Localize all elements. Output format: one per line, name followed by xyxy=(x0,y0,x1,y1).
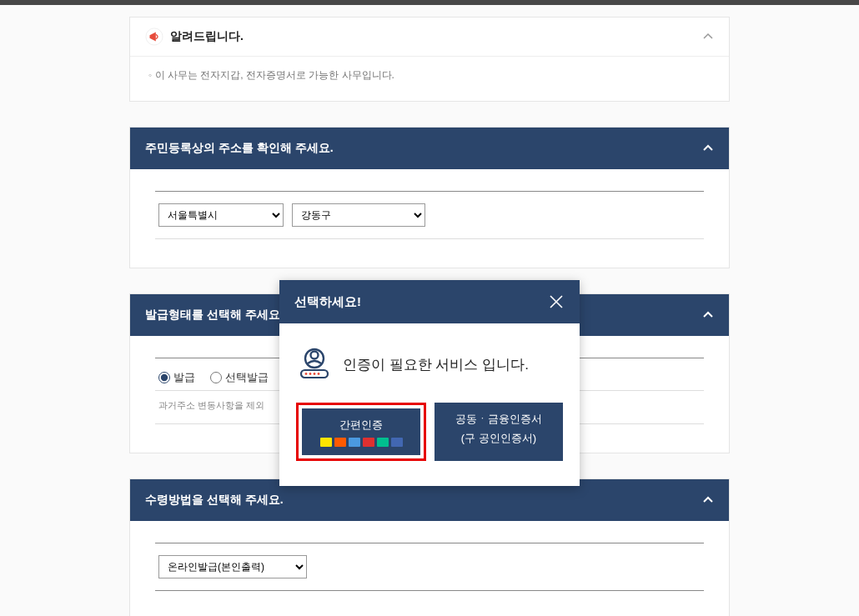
simple-auth-button[interactable]: 간편인증 xyxy=(302,408,420,455)
address-section-title: 주민등록상의 주소를 확인해 주세요. xyxy=(145,141,334,154)
notice-collapse-toggle[interactable] xyxy=(702,31,714,43)
issue-radio-select-input[interactable] xyxy=(210,372,222,383)
close-icon[interactable] xyxy=(548,293,565,310)
issue-radio-full-label: 발급 xyxy=(173,370,195,385)
notice-card: 알려드립니다. 이 사무는 전자지갑, 전자증명서로 가능한 사무입니다. xyxy=(129,17,730,102)
page-container: 알려드립니다. 이 사무는 전자지갑, 전자증명서로 가능한 사무입니다. 주민… xyxy=(129,5,730,616)
notice-header: 알려드립니다. xyxy=(130,18,729,57)
issue-radio-select-label: 선택발급 xyxy=(225,370,269,385)
issue-collapse-toggle[interactable] xyxy=(702,309,714,321)
cert-auth-button[interactable]: 공동ㆍ금융인증서 (구 공인인증서) xyxy=(435,403,563,461)
address-field-row: 서울특별시 강동구 xyxy=(155,191,704,239)
notice-body: 이 사무는 전자지갑, 전자증명서로 가능한 사무입니다. xyxy=(130,57,729,101)
cert-auth-label-2: (구 공인인증서) xyxy=(461,432,536,446)
simple-auth-highlight: 간편인증 xyxy=(296,403,426,461)
auth-buttons: 간편인증 공동ㆍ금융인증서 (구 공인인증서) xyxy=(296,403,563,461)
method-row: 온라인발급(본인출력) xyxy=(155,543,704,591)
svg-point-4 xyxy=(305,373,308,375)
method-section-title: 수령방법을 선택해 주세요. xyxy=(145,493,284,506)
simple-auth-label: 간편인증 xyxy=(339,418,383,433)
address-section-body: 서울특별시 강동구 xyxy=(130,169,729,268)
issue-section-title: 발급형태를 선택해 주세요. xyxy=(145,308,284,321)
auth-modal-title: 선택하세요! xyxy=(294,294,361,310)
cert-auth-label-1: 공동ㆍ금융인증서 xyxy=(455,413,542,427)
method-collapse-toggle[interactable] xyxy=(702,494,714,506)
notice-bullet: 이 사무는 전자지갑, 전자증명서로 가능한 사무입니다. xyxy=(148,68,711,83)
address-card: 주민등록상의 주소를 확인해 주세요. 서울특별시 강동구 xyxy=(129,127,730,268)
issue-radio-full-input[interactable] xyxy=(158,372,170,383)
district-select[interactable]: 강동구 xyxy=(292,203,425,227)
user-auth-icon xyxy=(296,345,333,384)
svg-point-2 xyxy=(311,352,319,359)
svg-point-6 xyxy=(314,373,316,375)
issue-radio-select[interactable]: 선택발급 xyxy=(210,370,269,385)
method-select[interactable]: 온라인발급(본인출력) xyxy=(158,555,307,578)
auth-modal-header: 선택하세요! xyxy=(279,280,580,323)
address-collapse-toggle[interactable] xyxy=(702,143,714,154)
auth-message: 인증이 필요한 서비스 입니다. xyxy=(343,355,529,374)
simple-auth-provider-icons xyxy=(320,438,403,447)
city-select[interactable]: 서울특별시 xyxy=(158,203,284,227)
method-section-body: 온라인발급(본인출력) xyxy=(130,521,729,616)
auth-message-row: 인증이 필요한 서비스 입니다. xyxy=(296,345,563,384)
auth-modal-body: 인증이 필요한 서비스 입니다. 간편인증 공동ㆍ금융인증서 (구 공인인증서) xyxy=(279,323,580,486)
megaphone-icon xyxy=(145,28,163,46)
method-card: 수령방법을 선택해 주세요. 온라인발급(본인출력) xyxy=(129,478,730,616)
notice-title: 알려드립니다. xyxy=(170,29,244,44)
address-section-header: 주민등록상의 주소를 확인해 주세요. xyxy=(130,128,729,169)
issue-radio-full[interactable]: 발급 xyxy=(158,370,195,385)
auth-modal: 선택하세요! 인 xyxy=(279,280,580,486)
svg-point-5 xyxy=(309,373,312,375)
svg-point-7 xyxy=(318,373,320,375)
